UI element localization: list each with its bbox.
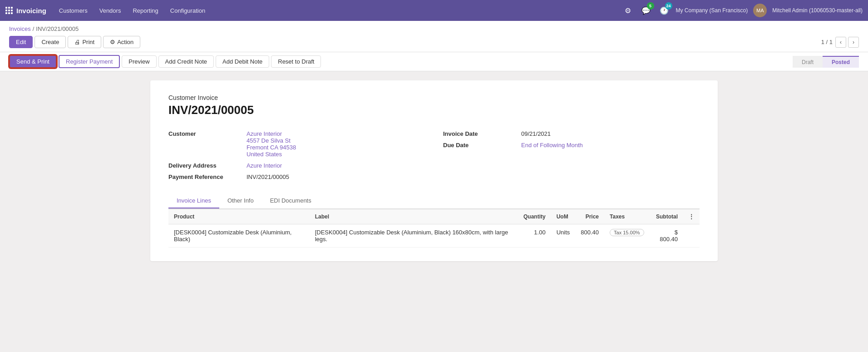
nav-links: Customers Vendors Reporting Configuratio… — [54, 5, 621, 17]
customer-label: Customer — [168, 130, 241, 137]
customer-row: Customer Azure Interior 4557 De Silva St… — [168, 128, 425, 160]
tab-other-info[interactable]: Other Info — [219, 193, 262, 208]
breadcrumb-parent[interactable]: Invoices — [9, 25, 31, 32]
printer-icon: 🖨 — [74, 39, 80, 45]
col-product: Product — [168, 209, 310, 224]
cell-taxes: Tax 15.00% — [604, 224, 649, 248]
invoice-date-row: Invoice Date 09/21/2021 — [443, 128, 700, 139]
cell-subtotal: $ 800.40 — [650, 224, 683, 248]
register-payment-button[interactable]: Register Payment — [59, 55, 120, 68]
preview-button[interactable]: Preview — [122, 55, 156, 68]
col-taxes: Taxes — [604, 209, 649, 224]
payment-reference-value: INV/2021/00005 — [247, 174, 289, 180]
user-avatar[interactable]: MA — [753, 4, 767, 17]
nav-configuration[interactable]: Configuration — [165, 5, 211, 17]
cell-quantity: 1.00 — [518, 224, 551, 248]
customer-name[interactable]: Azure Interior — [247, 130, 282, 137]
col-uom: UoM — [551, 209, 576, 224]
toolbar: Edit Create 🖨 Print ⚙ Action 1 / 1 ‹ › — [9, 36, 859, 52]
reset-to-draft-button[interactable]: Reset to Draft — [271, 55, 321, 68]
status-posted[interactable]: Posted — [823, 56, 859, 68]
payment-reference-label: Payment Reference — [168, 174, 241, 180]
grid-icon — [5, 7, 13, 14]
edit-button[interactable]: Edit — [9, 36, 33, 48]
invoice-meta: Customer Azure Interior 4557 De Silva St… — [168, 128, 700, 183]
tax-badge: Tax 15.00% — [610, 229, 644, 236]
add-credit-note-button[interactable]: Add Credit Note — [158, 55, 214, 68]
invoice-number: INV/2021/00005 — [168, 103, 700, 117]
main-content: Customer Invoice INV/2021/00005 Customer… — [0, 71, 868, 351]
invoice-date-value: 09/21/2021 — [521, 130, 551, 137]
gear-icon: ⚙ — [110, 39, 115, 45]
row-menu-button[interactable] — [683, 224, 700, 248]
chat-badge: 5 — [647, 2, 654, 10]
col-menu[interactable]: ⋮ — [683, 209, 700, 224]
nav-arrows: ‹ › — [835, 37, 859, 48]
delivery-address-value: Azure Interior — [247, 162, 282, 169]
user-name[interactable]: Mitchell Admin (10060530-master-all) — [772, 7, 863, 14]
customer-address-3: United States — [247, 151, 296, 158]
settings-icon[interactable]: ⚙ — [621, 4, 634, 17]
nav-reporting[interactable]: Reporting — [127, 5, 163, 17]
create-button[interactable]: Create — [35, 36, 66, 48]
due-date-value: End of Following Month — [521, 142, 583, 149]
top-navigation: Invoicing Customers Vendors Reporting Co… — [0, 0, 868, 21]
breadcrumb-current: INV/2021/00005 — [36, 25, 79, 32]
col-price: Price — [575, 209, 604, 224]
cell-label: [DESK0004] Customizable Desk (Aluminium,… — [310, 224, 518, 248]
nav-customers[interactable]: Customers — [54, 5, 93, 17]
app-brand[interactable]: Invoicing — [5, 7, 46, 15]
delivery-address-label: Delivery Address — [168, 162, 241, 169]
meta-left: Customer Azure Interior 4557 De Silva St… — [168, 128, 425, 183]
payment-reference-row: Payment Reference INV/2021/00005 — [168, 171, 425, 183]
col-subtotal: Subtotal — [650, 209, 683, 224]
page-count: 1 / 1 — [821, 39, 833, 45]
invoice-card: Customer Invoice INV/2021/00005 Customer… — [150, 80, 718, 261]
chat-icon[interactable]: 💬 5 — [640, 4, 652, 17]
pagination: 1 / 1 ‹ › — [821, 37, 859, 48]
due-date-label: Due Date — [443, 142, 516, 149]
company-name[interactable]: My Company (San Francisco) — [676, 7, 748, 14]
meta-right: Invoice Date 09/21/2021 Due Date End of … — [443, 128, 700, 183]
customer-address-1: 4557 De Silva St — [247, 137, 296, 144]
activity-badge: 24 — [665, 2, 672, 10]
cell-uom: Units — [551, 224, 576, 248]
action-button[interactable]: ⚙ Action — [103, 36, 140, 48]
send-print-button[interactable]: Send & Print — [9, 55, 57, 68]
invoice-type: Customer Invoice — [168, 94, 700, 101]
next-page-button[interactable]: › — [848, 37, 859, 48]
breadcrumb-separator: / — [33, 25, 35, 32]
breadcrumb: Invoices / INV/2021/00005 — [9, 25, 859, 32]
col-quantity: Quantity — [518, 209, 551, 224]
prev-page-button[interactable]: ‹ — [835, 37, 846, 48]
nav-right: ⚙ 💬 5 🕐 24 My Company (San Francisco) MA… — [621, 4, 863, 17]
status-bar: Draft Posted — [793, 56, 859, 68]
invoice-date-label: Invoice Date — [443, 130, 516, 137]
add-debit-note-button[interactable]: Add Debit Note — [216, 55, 269, 68]
page-header: Invoices / INV/2021/00005 Edit Create 🖨 … — [0, 21, 868, 52]
action-bar: Send & Print Register Payment Preview Ad… — [0, 52, 868, 71]
cell-price: 800.40 — [575, 224, 604, 248]
customer-value: Azure Interior 4557 De Silva St Fremont … — [247, 130, 296, 158]
nav-vendors[interactable]: Vendors — [94, 5, 127, 17]
tab-invoice-lines[interactable]: Invoice Lines — [168, 193, 219, 208]
app-name: Invoicing — [16, 7, 46, 15]
invoice-tabs: Invoice Lines Other Info EDI Documents — [168, 193, 700, 209]
invoice-lines-table: Product Label Quantity UoM Price Taxes S… — [168, 209, 700, 248]
customer-address-2: Fremont CA 94538 — [247, 144, 296, 151]
due-date-row: Due Date End of Following Month — [443, 139, 700, 151]
activity-icon[interactable]: 🕐 24 — [658, 4, 671, 17]
cell-product: [DESK0004] Customizable Desk (Aluminium,… — [168, 224, 310, 248]
table-row: [DESK0004] Customizable Desk (Aluminium,… — [168, 224, 700, 248]
print-button[interactable]: 🖨 Print — [68, 36, 101, 48]
status-draft[interactable]: Draft — [793, 56, 823, 68]
tab-edi-documents[interactable]: EDI Documents — [262, 193, 320, 208]
col-label: Label — [310, 209, 518, 224]
delivery-address-row: Delivery Address Azure Interior — [168, 160, 425, 171]
